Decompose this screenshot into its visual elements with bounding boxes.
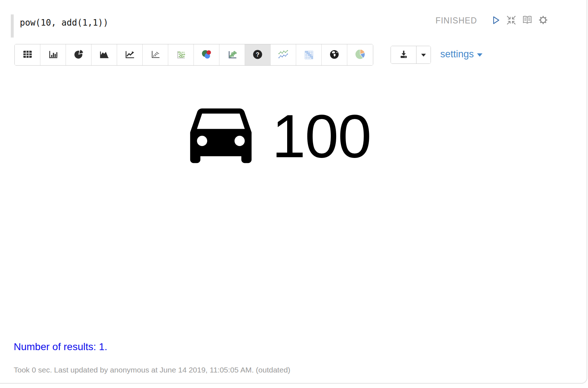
editor-gutter (11, 14, 14, 38)
viz-bubble-matrix-button[interactable] (168, 44, 194, 65)
code-editor[interactable]: pow(10, add(1,1)) (11, 14, 108, 38)
status-badge: FINISHED (436, 16, 477, 26)
viz-help-button[interactable]: ? (245, 44, 271, 65)
pie-chart-icon (73, 49, 84, 61)
result-value: 100 (272, 105, 371, 168)
scatter-chart-icon (150, 49, 161, 61)
caret-down-icon (421, 52, 426, 58)
viz-green-scatter-button[interactable] (219, 44, 245, 65)
viz-sparkline-chart-button[interactable] (271, 44, 296, 65)
play-icon (490, 15, 501, 27)
visualization-toolbar: ? (14, 44, 373, 66)
paragraph-settings-button[interactable] (538, 15, 548, 26)
download-button[interactable] (391, 46, 416, 63)
svg-text:?: ? (256, 51, 259, 57)
code-line[interactable]: pow(10, add(1,1)) (20, 14, 108, 30)
help-icon: ? (252, 49, 263, 61)
download-icon (399, 49, 409, 60)
viz-line-chart-button[interactable] (117, 44, 143, 65)
green-scatter-icon (227, 49, 237, 61)
caret-down-icon (477, 53, 482, 57)
viz-globe-button[interactable] (322, 44, 347, 65)
bubble-matrix-icon (175, 49, 186, 61)
collapse-output-button[interactable] (506, 15, 517, 26)
paragraph-controls: FINISHED (436, 14, 548, 27)
show-editor-button[interactable] (522, 15, 533, 26)
execution-info: Took 0 sec. Last updated by anonymous at… (14, 366, 290, 374)
viz-colored-pie-button[interactable] (347, 44, 373, 65)
bar-chart-icon (48, 49, 58, 61)
viz-scatter-chart-button[interactable] (143, 44, 168, 65)
settings-toggle[interactable]: settings (440, 49, 482, 60)
globe-icon (329, 49, 340, 61)
table-icon (22, 49, 33, 61)
colored-pie-icon (355, 49, 366, 61)
sparkline-chart-icon (277, 49, 289, 61)
line-chart-icon (125, 49, 135, 61)
viz-area-chart-button[interactable] (92, 44, 117, 65)
results-count: Number of results: 1. (14, 341, 107, 353)
viz-bar-chart-button[interactable] (40, 44, 66, 65)
viz-pie-chart-button[interactable] (66, 44, 92, 65)
viz-heatmap-grid-button[interactable] (296, 44, 322, 65)
settings-label: settings (440, 49, 474, 60)
viz-venn-diagram-button[interactable] (194, 44, 219, 65)
download-split-button (391, 46, 431, 64)
compress-icon (506, 15, 517, 27)
download-options-button[interactable] (416, 46, 431, 63)
area-chart-icon (99, 49, 110, 61)
run-button[interactable] (490, 15, 501, 26)
paragraph-output: 100 (0, 105, 574, 168)
book-icon (522, 14, 533, 27)
viz-table-button[interactable] (15, 44, 40, 65)
heatmap-grid-icon (303, 49, 314, 61)
venn-diagram-icon (201, 49, 212, 61)
car-icon (188, 107, 253, 166)
gear-icon (538, 15, 548, 26)
